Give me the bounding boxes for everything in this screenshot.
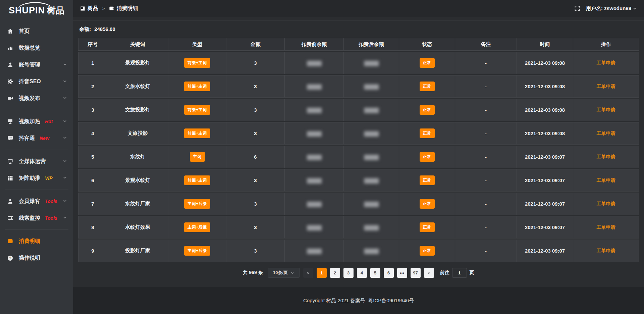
- work-order-link[interactable]: 工单申请: [597, 107, 615, 112]
- redacted-value: ▇▇▇▇: [364, 201, 378, 207]
- sidebar-item-clues[interactable]: 线索监控Tools: [0, 210, 73, 226]
- home-icon: [7, 28, 14, 34]
- user-icon: [7, 62, 14, 68]
- cell-keyword: 景观投影灯: [107, 52, 168, 74]
- sidebar-item-label: 全媒体运营: [19, 158, 46, 165]
- sidebar-item-media[interactable]: 全媒体运营: [0, 153, 73, 170]
- work-order-link[interactable]: 工单申请: [597, 248, 615, 253]
- page-ellipsis[interactable]: •••: [397, 268, 407, 278]
- redacted-value: ▇▇▇▇: [364, 177, 378, 183]
- status-badge: 正常: [420, 58, 435, 68]
- page-button-6[interactable]: 6: [384, 268, 394, 278]
- column-header: 金额: [226, 38, 285, 51]
- cell-balance-after: ▇▇▇▇: [344, 169, 399, 192]
- sidebar-item-member[interactable]: 会员爆客Tools: [0, 193, 73, 210]
- display-icon: [7, 118, 14, 124]
- prev-page-button[interactable]: [303, 268, 313, 278]
- app-icon: [80, 6, 85, 11]
- cell-time: 2021-12-03 09:07: [517, 240, 573, 262]
- cell-status: 正常: [399, 193, 455, 215]
- redacted-value: ▇▇▇▇: [364, 84, 378, 89]
- topbar-right: 用户名: zswodun88: [575, 5, 637, 12]
- goto-label: 前往: [440, 270, 449, 276]
- page-button-1[interactable]: 1: [317, 268, 327, 278]
- sidebar-item-help[interactable]: ?操作说明: [0, 250, 73, 266]
- cell-time: 2021-12-03 09:07: [517, 193, 573, 215]
- cell-note: -: [455, 52, 517, 74]
- sidebar-divider: [5, 110, 68, 110]
- page-button-97[interactable]: 97: [411, 268, 421, 278]
- cell-balance-before: ▇▇▇▇: [285, 146, 344, 168]
- column-header: 序号: [78, 38, 107, 51]
- work-order-link[interactable]: 工单申请: [597, 177, 615, 183]
- cell-amount: 3: [226, 99, 285, 121]
- sidebar-item-tag: New: [40, 136, 49, 141]
- next-page-button[interactable]: [424, 268, 434, 278]
- status-badge: 正常: [420, 105, 435, 115]
- sidebar-item-label: 首页: [19, 28, 30, 35]
- redacted-value: ▇▇▇▇: [364, 154, 378, 160]
- cell-type: 前缀+主词: [168, 122, 226, 145]
- work-order-link[interactable]: 工单申请: [597, 130, 615, 136]
- cell-status: 正常: [399, 52, 455, 74]
- consumption-table: 序号关键词类型金额扣费前余额扣费后余额状态备注时间操作 1景观投影灯前缀+主词3…: [78, 37, 639, 263]
- balance-label: 余额:: [79, 26, 91, 32]
- table-row: 4文旅投影前缀+主词3▇▇▇▇▇▇▇▇正常-2021-12-03 09:08工单…: [78, 122, 639, 145]
- page-button-3[interactable]: 3: [343, 268, 354, 278]
- page-size-select[interactable]: 10条/页: [268, 268, 300, 278]
- work-order-link[interactable]: 工单申请: [597, 224, 615, 230]
- sidebar-item-label: 抖客通: [19, 135, 35, 142]
- gear-icon: [7, 78, 14, 85]
- sidebar-item-seo[interactable]: 抖音SEO: [0, 73, 73, 90]
- cell-no: 2: [78, 75, 107, 98]
- cell-note: -: [455, 216, 517, 239]
- cell-balance-before: ▇▇▇▇: [285, 193, 344, 215]
- cell-amount: 6: [226, 146, 285, 168]
- sidebar-menu: 首页数据总览账号管理抖音SEO视频发布视频加热Hot抖客通New全媒体运营矩阵助…: [0, 21, 73, 266]
- work-order-link[interactable]: 工单申请: [597, 154, 615, 159]
- status-badge: 正常: [420, 199, 435, 209]
- sidebar-item-douketong[interactable]: 抖客通New: [0, 130, 73, 147]
- cell-status: 正常: [399, 146, 455, 168]
- work-order-link[interactable]: 工单申请: [597, 60, 615, 65]
- cell-type: 主词+后缀: [168, 240, 226, 262]
- cell-action: 工单申请: [573, 52, 639, 74]
- user-dropdown[interactable]: 用户名: zswodun88: [586, 5, 637, 12]
- cell-amount: 3: [226, 122, 285, 145]
- fullscreen-icon[interactable]: [575, 6, 580, 11]
- breadcrumb-item-root[interactable]: 树品: [88, 5, 98, 12]
- column-header: 类型: [168, 38, 226, 51]
- cell-no: 9: [78, 240, 107, 262]
- page-button-4[interactable]: 4: [357, 268, 367, 278]
- sidebar-item-label: 会员爆客: [19, 198, 40, 205]
- page-button-5[interactable]: 5: [370, 268, 380, 278]
- work-order-link[interactable]: 工单申请: [597, 201, 615, 206]
- sidebar-item-data[interactable]: 数据总览: [0, 40, 73, 56]
- work-order-link[interactable]: 工单申请: [597, 84, 615, 89]
- balance-summary: 余额: 24856.00: [78, 20, 639, 37]
- sidebar-item-publish[interactable]: 视频发布: [0, 90, 73, 107]
- cell-keyword: 文旅投影: [107, 122, 168, 145]
- sidebar-item-heat[interactable]: 视频加热Hot: [0, 113, 73, 130]
- breadcrumb: 树品 > 消费明细: [80, 5, 138, 12]
- copyright-text: Copyright 树品 2021 备案号: 粤ICP备09019646号: [303, 298, 414, 304]
- goto-page-input[interactable]: [452, 268, 467, 278]
- table-row: 6景观水纹灯前缀+主词3▇▇▇▇▇▇▇▇正常-2021-12-03 09:07工…: [78, 169, 639, 192]
- sidebar-item-account[interactable]: 账号管理: [0, 56, 73, 73]
- comment-icon: [7, 135, 14, 141]
- page-button-2[interactable]: 2: [330, 268, 340, 278]
- table-row: 1景观投影灯前缀+主词3▇▇▇▇▇▇▇▇正常-2021-12-03 09:08工…: [78, 52, 639, 74]
- sidebar-item-home[interactable]: 首页: [0, 23, 73, 40]
- cell-amount: 3: [226, 240, 285, 262]
- cell-amount: 3: [226, 193, 285, 215]
- cell-status: 正常: [399, 122, 455, 145]
- table-row: 8水纹灯效果主词+后缀3▇▇▇▇▇▇▇▇正常-2021-12-03 09:07工…: [78, 216, 639, 239]
- sidebar-item-matrix[interactable]: 矩阵助推VIP: [0, 170, 73, 187]
- cell-keyword: 投影灯厂家: [107, 240, 168, 262]
- cell-balance-before: ▇▇▇▇: [285, 216, 344, 239]
- type-badge: 前缀+主词: [184, 105, 210, 115]
- cell-time: 2021-12-03 09:08: [517, 99, 573, 121]
- sidebar-item-consume[interactable]: 消费明细: [0, 233, 73, 250]
- sidebar-item-tag: Tools: [45, 199, 57, 204]
- cell-type: 前缀+主词: [168, 99, 226, 121]
